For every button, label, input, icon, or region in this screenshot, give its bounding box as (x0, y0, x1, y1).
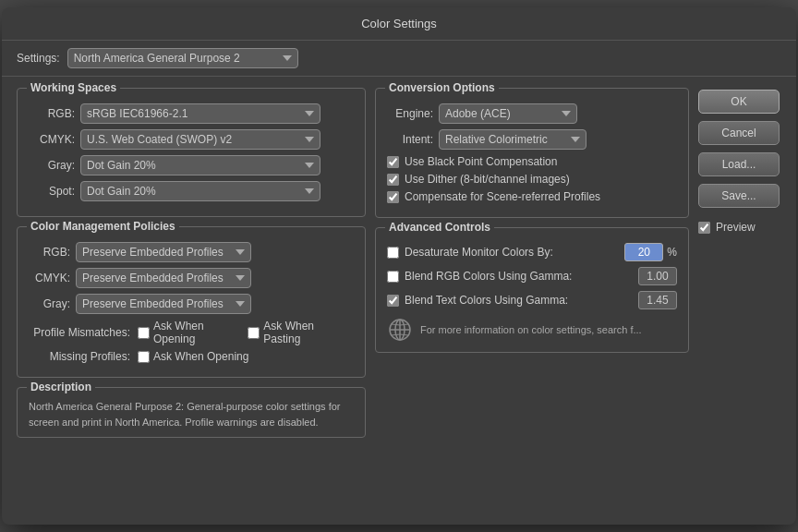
description-text: North America General Purpose 2: General… (29, 399, 354, 429)
rgb-policy-row: RGB: Preserve Embedded Profiles (29, 242, 354, 262)
globe-icon (387, 317, 413, 343)
gray-working-row: Gray: Dot Gain 20% (29, 155, 354, 175)
black-point-row: Use Black Point Compensation (387, 155, 677, 168)
missing-ask-opening-label: Ask When Opening (153, 350, 248, 363)
desaturate-label: Desaturate Monitor Colors By: (405, 246, 621, 259)
advanced-controls-section: Advanced Controls Desaturate Monitor Col… (375, 227, 689, 353)
dialog-title: Color Settings (2, 7, 796, 41)
dither-checkbox[interactable] (387, 174, 399, 186)
desaturate-checkbox[interactable] (387, 247, 399, 259)
scene-checkbox[interactable] (387, 191, 399, 203)
settings-dropdown[interactable]: North America General Purpose 2 Monitor … (67, 48, 298, 68)
scene-label: Compensate for Scene-referred Profiles (405, 190, 600, 203)
rgb-working-label: RGB: (29, 107, 75, 120)
blend-text-label: Blend Text Colors Using Gamma: (405, 294, 635, 307)
ask-opening-check: Ask When Opening (138, 320, 235, 345)
load-button[interactable]: Load... (698, 152, 780, 176)
desaturate-input[interactable] (624, 243, 663, 261)
black-point-checkbox[interactable] (387, 156, 399, 168)
spot-working-select[interactable]: Dot Gain 20% (80, 181, 320, 201)
ok-button[interactable]: OK (698, 90, 780, 114)
cmyk-working-label: CMYK: (29, 133, 75, 146)
ask-opening-checkbox[interactable] (138, 327, 150, 339)
percent-label: % (667, 246, 677, 259)
gray-working-label: Gray: (29, 159, 75, 172)
gray-working-select[interactable]: Dot Gain 20% (80, 155, 320, 175)
ask-pasting-checkbox[interactable] (248, 327, 260, 339)
ask-pasting-label: Ask When Pasting (263, 320, 341, 345)
engine-row: Engine: Adobe (ACE) (387, 103, 677, 124)
cmyk-policy-select[interactable]: Preserve Embedded Profiles (76, 268, 251, 288)
blend-rgb-checkbox[interactable] (387, 271, 399, 283)
rgb-policy-label: RGB: (29, 246, 70, 259)
rgb-working-select[interactable]: sRGB IEC61966-2.1 (80, 103, 320, 124)
description-section: Description North America General Purpos… (17, 387, 366, 438)
description-title: Description (27, 381, 95, 393)
settings-label: Settings: (17, 52, 60, 65)
profile-mismatches-row: Profile Mismatches: Ask When Opening Ask… (29, 320, 354, 345)
conversion-options-title: Conversion Options (385, 81, 499, 94)
desaturate-row: Desaturate Monitor Colors By: % (387, 243, 677, 261)
blend-text-input[interactable] (638, 291, 677, 309)
missing-ask-opening-check: Ask When Opening (138, 350, 248, 363)
missing-profiles-row: Missing Profiles: Ask When Opening (29, 350, 354, 363)
cmyk-working-select[interactable]: U.S. Web Coated (SWOP) v2 (80, 129, 320, 150)
missing-profiles-label: Missing Profiles: (29, 350, 130, 363)
preview-label: Preview (716, 221, 756, 234)
blend-text-checkbox[interactable] (387, 295, 399, 307)
advanced-controls-title: Advanced Controls (385, 221, 494, 234)
missing-ask-opening-checkbox[interactable] (138, 351, 150, 363)
info-row: For more information on color settings, … (387, 317, 677, 343)
left-section: Working Spaces RGB: sRGB IEC61966-2.1 CM… (17, 88, 366, 438)
color-management-title: Color Management Policies (27, 220, 179, 233)
right-buttons: OK Cancel Load... Save... Preview (698, 88, 781, 438)
color-settings-dialog: Color Settings Settings: North America G… (2, 7, 796, 525)
rgb-working-row: RGB: sRGB IEC61966-2.1 (29, 103, 354, 124)
spot-working-label: Spot: (29, 185, 75, 198)
intent-label: Intent: (387, 133, 433, 146)
engine-label: Engine: (387, 107, 433, 120)
color-management-section: Color Management Policies RGB: Preserve … (17, 226, 366, 378)
save-button[interactable]: Save... (698, 184, 780, 208)
working-spaces-title: Working Spaces (27, 81, 120, 94)
blend-rgb-label: Blend RGB Colors Using Gamma: (405, 270, 635, 283)
cmyk-policy-label: CMYK: (29, 272, 70, 284)
engine-select[interactable]: Adobe (ACE) (439, 103, 577, 124)
ask-pasting-check: Ask When Pasting (248, 320, 341, 345)
ask-opening-label: Ask When Opening (153, 320, 235, 345)
black-point-label: Use Black Point Compensation (405, 155, 557, 168)
preview-checkbox[interactable] (698, 222, 710, 234)
gray-policy-select[interactable]: Preserve Embedded Profiles (76, 294, 251, 314)
blend-rgb-row: Blend RGB Colors Using Gamma: (387, 267, 677, 285)
intent-select[interactable]: Relative Colorimetric (439, 129, 586, 150)
dither-row: Use Dither (8-bit/channel images) (387, 173, 677, 186)
intent-row: Intent: Relative Colorimetric (387, 129, 677, 150)
scene-row: Compensate for Scene-referred Profiles (387, 190, 677, 203)
working-spaces-section: Working Spaces RGB: sRGB IEC61966-2.1 CM… (17, 88, 366, 217)
gray-policy-label: Gray: (29, 297, 70, 310)
dither-label: Use Dither (8-bit/channel images) (405, 173, 570, 186)
preview-row: Preview (698, 221, 781, 234)
cancel-button[interactable]: Cancel (698, 121, 780, 145)
right-section: Conversion Options Engine: Adobe (ACE) I… (375, 88, 689, 438)
blend-rgb-input[interactable] (638, 267, 677, 285)
cmyk-working-row: CMYK: U.S. Web Coated (SWOP) v2 (29, 129, 354, 150)
dialog-body: Working Spaces RGB: sRGB IEC61966-2.1 CM… (2, 77, 796, 449)
profile-mismatches-label: Profile Mismatches: (29, 326, 130, 339)
gray-policy-row: Gray: Preserve Embedded Profiles (29, 294, 354, 314)
cmyk-policy-row: CMYK: Preserve Embedded Profiles (29, 268, 354, 288)
conversion-options-section: Conversion Options Engine: Adobe (ACE) I… (375, 88, 689, 218)
spot-working-row: Spot: Dot Gain 20% (29, 181, 354, 201)
info-text: For more information on color settings, … (420, 324, 642, 335)
settings-row: Settings: North America General Purpose … (2, 41, 796, 77)
rgb-policy-select[interactable]: Preserve Embedded Profiles (76, 242, 251, 262)
blend-text-row: Blend Text Colors Using Gamma: (387, 291, 677, 309)
